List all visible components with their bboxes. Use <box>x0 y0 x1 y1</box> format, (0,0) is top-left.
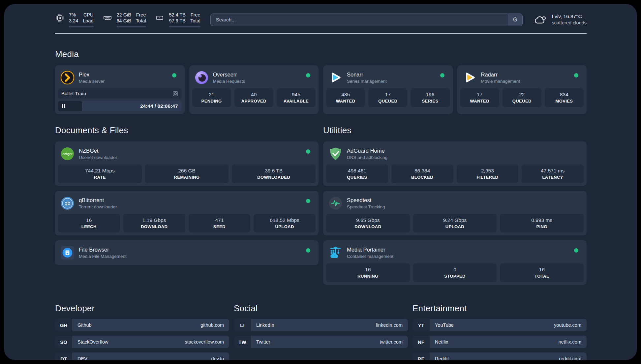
bookmark-url: dev.to <box>211 356 224 360</box>
bookmark-url: netflix.com <box>559 339 581 345</box>
app-desc: Container management <box>347 254 570 259</box>
bookmark-github[interactable]: GH Githubgithub.com <box>55 319 229 331</box>
app-card-overseerr[interactable]: Overseerr Media Requests 21PENDING 40APP… <box>189 65 319 114</box>
app-card-plex[interactable]: Plex Media server Bullet Train <box>55 65 185 114</box>
app-card-radarr[interactable]: Radarr Movie management 17WANTED 22QUEUE… <box>457 65 587 114</box>
cpu-usage-value: 7% <box>69 12 78 18</box>
bookmark-stackoverflow[interactable]: SO StackOverflowstackoverflow.com <box>55 336 229 348</box>
memory-metric: 22 GiB64 GiB FreeTotal <box>103 12 146 27</box>
bookmark-abbr: TW <box>234 336 251 348</box>
app-name: Sonarr <box>347 71 436 78</box>
svg-text:qb: qb <box>65 200 71 206</box>
weather-condition: scattered clouds <box>552 20 587 26</box>
app-desc: Speedtest Tracking <box>347 204 581 210</box>
app-name: AdGuard Home <box>347 147 581 154</box>
app-card-qbittorrent[interactable]: qb qBittorrent Torrent downloader 16LEEC… <box>55 191 319 235</box>
stat-queued: 17QUEUED <box>368 88 407 107</box>
weather-widget[interactable]: Lviv, 16.87°C scattered clouds <box>533 13 587 26</box>
movie-camera-icon <box>172 91 178 97</box>
status-online-dot <box>574 248 578 253</box>
load-label: Load <box>83 18 93 24</box>
app-desc: Movie management <box>481 78 570 84</box>
status-online-dot <box>440 73 444 77</box>
bookmark-twitter[interactable]: TW Twittertwitter.com <box>234 336 408 348</box>
stat-queries: 498,461QUERIES <box>326 165 388 183</box>
cpu-progress-bar <box>69 26 94 27</box>
overseerr-icon <box>195 71 209 85</box>
bookmark-name: LinkedIn <box>256 322 274 328</box>
stat-pending: 21PENDING <box>192 88 231 107</box>
bookmark-name: StackOverflow <box>77 339 108 345</box>
app-name: File Browser <box>79 246 302 253</box>
app-card-sonarr[interactable]: Sonarr Series management 485WANTED 17QUE… <box>323 65 453 114</box>
section-title-media: Media <box>55 49 587 59</box>
bookmark-abbr: SO <box>55 336 72 348</box>
stat-movies: 834MOVIES <box>545 88 584 107</box>
bookmark-name: Twitter <box>256 339 270 345</box>
app-desc: Torrent downloader <box>79 204 302 210</box>
section-title-developer: Developer <box>55 303 229 314</box>
stat-filtered: 2,953FILTERED <box>457 165 519 183</box>
bookmark-abbr: NF <box>412 336 430 348</box>
header-divider <box>55 33 587 34</box>
stat-download: 1.19 GbpsDOWNLOAD <box>123 214 185 232</box>
status-online-dot <box>306 149 310 154</box>
cloud-icon <box>533 14 547 25</box>
bookmark-abbr: RE <box>412 352 430 360</box>
ram-icon <box>103 13 112 22</box>
section-title-social: Social <box>234 303 408 314</box>
bookmark-dev[interactable]: DT DEVdev.to <box>55 352 229 360</box>
bookmark-abbr: GH <box>55 319 72 331</box>
cpu-label: CPU <box>83 12 93 18</box>
stat-download: 9.65 GbpsDOWNLOAD <box>326 214 410 232</box>
playback-progress-bar[interactable]: 24:44 / 02:06:47 <box>58 101 182 111</box>
app-desc: Media File Management <box>79 254 302 259</box>
bookmark-url: reddit.com <box>559 356 581 360</box>
status-online-dot <box>172 73 176 77</box>
memory-total-value: 64 GiB <box>117 18 131 24</box>
search-engine-button[interactable]: G <box>508 14 522 25</box>
cpu-metric: 7%3.24 CPULoad <box>55 12 94 27</box>
bookmark-url: youtube.com <box>554 322 581 328</box>
dashboard: 7%3.24 CPULoad 22 GiB64 GiB FreeTotal <box>4 4 637 360</box>
nzbget-icon: nzbget <box>60 147 75 161</box>
stat-blocked: 86,384BLOCKED <box>391 165 453 183</box>
stat-series: 196SERIES <box>411 88 449 107</box>
stat-wanted: 17WANTED <box>460 88 499 107</box>
app-card-adguard[interactable]: AdGuard Home DNS and adblocking 498,461Q… <box>323 141 587 186</box>
app-card-portainer[interactable]: Media Portainer Container management 16R… <box>323 240 587 285</box>
bookmark-name: YouTube <box>435 322 454 328</box>
playback-time: 24:44 / 02:06:47 <box>140 103 182 109</box>
bookmark-netflix[interactable]: NF Netflixnetflix.com <box>412 336 587 348</box>
stat-upload: 618.52 MbpsUPLOAD <box>254 214 316 232</box>
bookmark-url: github.com <box>200 322 224 328</box>
memory-progress-bar <box>117 26 146 27</box>
app-desc: Series management <box>347 78 436 84</box>
search-input[interactable] <box>210 14 523 26</box>
app-name: Plex <box>79 71 168 78</box>
bookmark-name: Reddit <box>435 356 449 360</box>
bookmark-name: Github <box>77 322 92 328</box>
status-online-dot <box>574 73 578 77</box>
top-bar: 7%3.24 CPULoad 22 GiB64 GiB FreeTotal <box>55 12 587 27</box>
disk-total-value: 97.9 TB <box>169 18 186 24</box>
bookmark-linkedin[interactable]: LI LinkedInlinkedin.com <box>234 319 408 331</box>
stat-seed: 471SEED <box>189 214 251 232</box>
disk-free-label: Free <box>190 12 200 18</box>
section-title-entertainment: Entertainment <box>412 303 587 314</box>
app-card-filebrowser[interactable]: File Browser Media File Management <box>55 240 319 265</box>
disk-icon <box>155 13 164 22</box>
stat-stopped: 0STOPPED <box>413 263 497 282</box>
bookmark-reddit[interactable]: RE Redditreddit.com <box>412 352 587 360</box>
app-desc: DNS and adblocking <box>347 155 581 161</box>
app-name: Media Portainer <box>347 246 570 253</box>
portainer-icon <box>328 246 343 260</box>
app-card-nzbget[interactable]: nzbget NZBGet Usenet downloader 744.21 M… <box>55 141 319 186</box>
filebrowser-icon <box>60 246 75 260</box>
bookmark-youtube[interactable]: YT YouTubeyoutube.com <box>412 319 587 331</box>
app-card-speedtest[interactable]: Speedtest Speedtest Tracking 9.65 GbpsDO… <box>323 191 587 235</box>
stat-approved: 40APPROVED <box>234 88 273 107</box>
sonarr-icon <box>328 71 343 85</box>
stat-remaining: 266 GBREMAINING <box>145 165 229 183</box>
radarr-icon <box>463 71 477 85</box>
